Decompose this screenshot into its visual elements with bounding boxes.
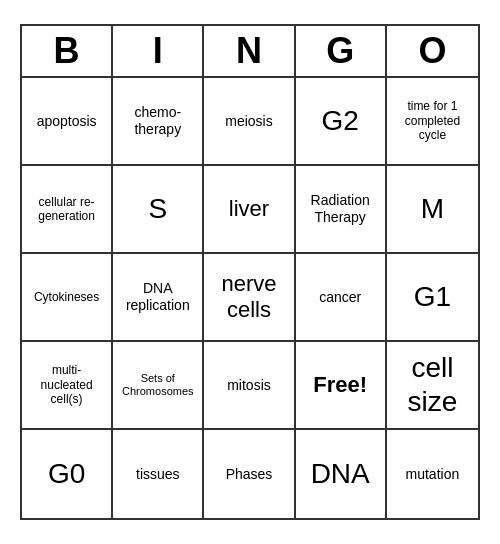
bingo-cell: DNA replication [113,254,204,342]
bingo-cell: cancer [296,254,387,342]
bingo-cell: time for 1 completed cycle [387,78,478,166]
bingo-cell: G0 [22,430,113,518]
bingo-cell: G1 [387,254,478,342]
bingo-grid: apoptosischemo- therapymeiosisG2time for… [22,78,478,518]
bingo-cell: mutation [387,430,478,518]
bingo-card: BINGO apoptosischemo- therapymeiosisG2ti… [20,24,480,520]
bingo-cell: M [387,166,478,254]
bingo-cell: nerve cells [204,254,295,342]
bingo-cell: G2 [296,78,387,166]
header-letter: O [387,26,478,76]
header-letter: G [296,26,387,76]
bingo-cell: apoptosis [22,78,113,166]
bingo-cell: Sets of Chromosomes [113,342,204,430]
bingo-cell: Radiation Therapy [296,166,387,254]
bingo-cell: Phases [204,430,295,518]
bingo-cell: Cytokineses [22,254,113,342]
bingo-cell: tissues [113,430,204,518]
bingo-cell: S [113,166,204,254]
bingo-cell: multi- nucleated cell(s) [22,342,113,430]
header-letter: N [204,26,295,76]
header-letter: I [113,26,204,76]
bingo-cell: cell size [387,342,478,430]
bingo-header: BINGO [22,26,478,78]
bingo-cell: Free! [296,342,387,430]
bingo-cell: cellular re- generation [22,166,113,254]
bingo-cell: mitosis [204,342,295,430]
header-letter: B [22,26,113,76]
bingo-cell: meiosis [204,78,295,166]
bingo-cell: liver [204,166,295,254]
bingo-cell: chemo- therapy [113,78,204,166]
bingo-cell: DNA [296,430,387,518]
